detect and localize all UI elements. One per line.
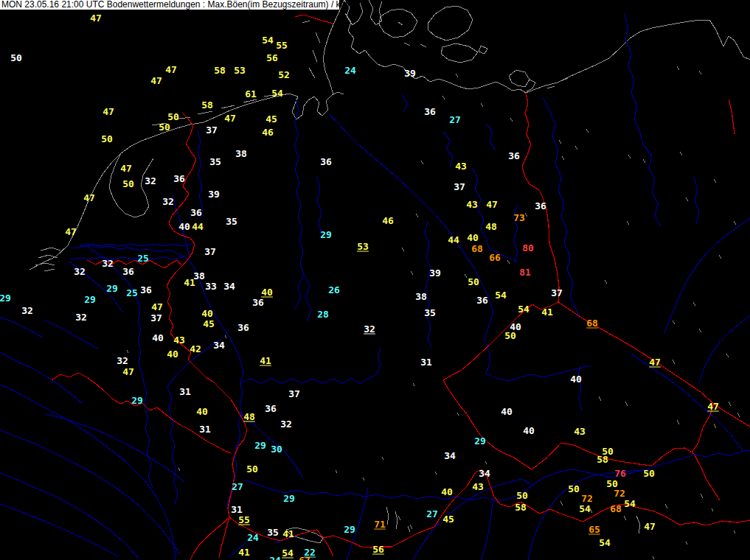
station-value: 32 [117, 355, 128, 366]
station-value: 37 [150, 312, 162, 323]
station-value: 43 [455, 161, 467, 172]
station-value: 32 [74, 266, 86, 277]
station-value: 29 [106, 283, 118, 294]
station-value: 32 [102, 258, 114, 269]
station-value: 31 [420, 357, 432, 368]
station-value: 54 [624, 498, 636, 509]
station-value: 38 [235, 148, 247, 159]
station-value: 44 [192, 221, 204, 232]
station-value: 32 [21, 305, 33, 316]
station-value: 30 [271, 444, 282, 455]
station-value: 32 [145, 175, 156, 186]
station-value: 36 [424, 106, 436, 117]
station-value: 41 [282, 528, 294, 539]
station-value: 36 [320, 156, 332, 167]
station-value: 40 [570, 374, 582, 385]
station-value: 61 [245, 88, 257, 99]
station-value: 36 [508, 150, 520, 161]
station-value: 36 [252, 297, 264, 308]
station-value: 65 [588, 524, 600, 535]
station-value: 34 [444, 450, 456, 461]
station-value: 56 [266, 52, 278, 63]
station-value: 55 [238, 514, 250, 525]
station-value: 29 [283, 493, 295, 504]
station-value: 53 [234, 65, 246, 76]
station-value: 50 [568, 483, 580, 494]
station-value: 53 [357, 241, 369, 252]
station-value: 80 [522, 242, 534, 253]
station-value: 58 [515, 502, 527, 513]
station-value: 55 [276, 40, 288, 51]
station-value: 54 [518, 304, 529, 315]
station-value: 29 [344, 524, 355, 535]
station-value: 58 [597, 454, 608, 465]
station-value: 50 [101, 133, 113, 144]
station-value: 33 [205, 281, 217, 292]
station-value: 39 [404, 68, 416, 79]
station-value: 47 [486, 199, 498, 210]
station-value: 25 [137, 253, 149, 264]
station-value: 40 [178, 221, 190, 232]
station-value: 29 [0, 293, 11, 304]
station-value: 29 [84, 294, 96, 305]
station-value: 54 [579, 503, 591, 514]
station-value: 45 [203, 318, 215, 329]
station-value: 50 [122, 178, 134, 189]
station-value: 35 [209, 156, 221, 167]
station-value: 41 [184, 277, 195, 288]
station-value: 36 [173, 173, 185, 184]
station-value: 47 [90, 13, 102, 24]
station-value: 35 [267, 527, 279, 538]
station-value: 34 [223, 281, 235, 292]
station-value: 67 [299, 555, 310, 560]
station-value: 47 [644, 521, 656, 532]
title-bar: MON 23.05.16 21:00 UTC Bodenwettermeldun… [0, 0, 339, 10]
station-value: 31 [179, 386, 191, 397]
station-value: 46 [262, 127, 274, 138]
station-value: 46 [382, 215, 394, 226]
station-value: 71 [374, 519, 386, 530]
station-value: 36 [190, 207, 202, 218]
station-value: 40 [201, 308, 213, 319]
station-value: 40 [152, 332, 164, 343]
station-value: 38 [415, 291, 427, 302]
station-value: 50 [516, 490, 528, 501]
station-value: 36 [535, 200, 546, 211]
station-value: 40 [501, 406, 513, 417]
station-value: 36 [237, 322, 249, 333]
station-value: 27 [426, 508, 438, 519]
station-value: 36 [265, 403, 277, 414]
station-value: 24 [344, 65, 356, 76]
station-value: 27 [449, 114, 461, 125]
station-value: 58 [201, 99, 213, 111]
station-value: 47 [65, 226, 77, 237]
station-value: 41 [260, 355, 271, 366]
station-value: 40 [261, 287, 273, 298]
station-value: 29 [474, 435, 486, 447]
station-value: 73 [513, 212, 525, 223]
station-value: 32 [364, 323, 375, 335]
station-value: 48 [485, 221, 497, 232]
stations-layer: 4754555056475853243952475461584736504745… [0, 0, 750, 560]
station-value: 54 [262, 35, 274, 46]
station-value: 72 [581, 493, 593, 504]
station-value: 36 [140, 284, 152, 295]
station-value: 68 [471, 243, 483, 254]
station-value: 47 [120, 163, 132, 174]
station-value: 37 [288, 388, 300, 399]
station-value: 72 [614, 488, 625, 499]
station-value: 47 [83, 192, 95, 203]
station-value: 47 [165, 64, 177, 75]
station-value: 29 [254, 440, 266, 451]
station-value: 24 [269, 555, 281, 560]
station-value: 58 [214, 65, 226, 76]
station-value: 39 [429, 267, 441, 279]
station-value: 29 [131, 395, 143, 406]
station-value: 39 [208, 189, 220, 200]
station-value: 37 [551, 287, 563, 298]
station-value: 43 [466, 199, 478, 210]
station-value: 40 [196, 406, 208, 417]
station-value: 47 [150, 75, 162, 86]
station-value: 40 [441, 486, 453, 497]
station-value: 40 [167, 349, 178, 360]
